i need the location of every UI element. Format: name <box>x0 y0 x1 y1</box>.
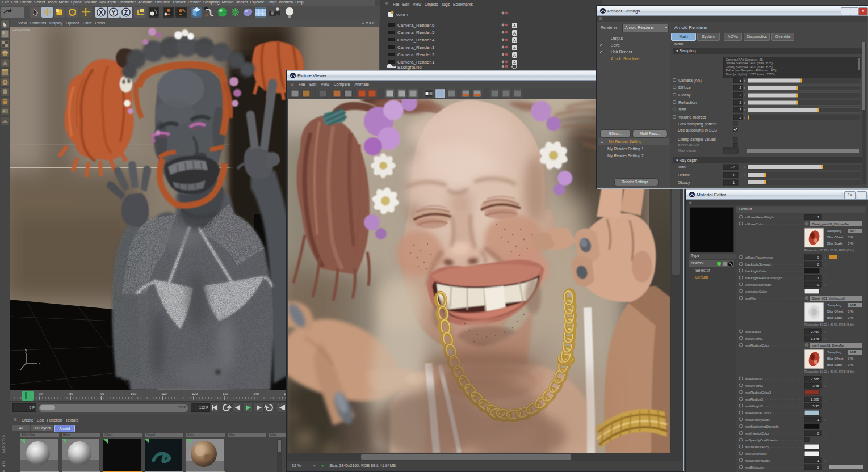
svg-text:0 %: 0 % <box>848 235 854 239</box>
svg-text:uterl_paint01_DeepTar: uterl_paint01_DeepTar <box>812 344 844 347</box>
svg-text:Affect AOVs: Affect AOVs <box>678 143 699 147</box>
svg-text:A: A <box>513 31 517 36</box>
svg-text:↕: ↕ <box>824 377 826 381</box>
svg-text:Blur Offset: Blur Offset <box>827 310 844 313</box>
svg-text:↕: ↕ <box>744 86 745 90</box>
svg-text:↕: ↕ <box>824 263 826 266</box>
svg-text:sssRadius3: sssRadius3 <box>745 398 764 401</box>
svg-text:Camera_Render.4: Camera_Render.4 <box>397 37 435 43</box>
svg-text:2.469: 2.469 <box>811 330 820 334</box>
svg-text:Blur Offset: Blur Offset <box>827 357 844 360</box>
svg-text:↕: ↕ <box>824 283 826 286</box>
svg-text:↕: ↕ <box>824 398 826 401</box>
svg-text:Lock sampling pattern: Lock sampling pattern <box>678 122 717 127</box>
svg-text:80: 80 <box>69 392 73 395</box>
svg-text:0 %: 0 % <box>848 242 854 245</box>
svg-text:↕: ↕ <box>824 276 826 280</box>
svg-text:↕: ↕ <box>824 216 826 219</box>
svg-text:Total: Total <box>678 165 686 169</box>
svg-text:↕: ↕ <box>744 108 745 112</box>
svg-text:ssSpecifyCoefficients: ssSpecifyCoefficients <box>745 439 778 442</box>
svg-text:Glossy: Glossy <box>678 93 691 98</box>
svg-text:sssDensityScale: sssDensityScale <box>745 459 771 462</box>
svg-text:Camera (AA): Camera (AA) <box>678 78 702 83</box>
svg-text:↕: ↕ <box>824 337 826 340</box>
svg-text:Camera_Render.6: Camera_Render.6 <box>397 23 435 28</box>
svg-text:Diffuse: Diffuse <box>678 86 691 90</box>
svg-text:MIP: MIP <box>850 229 856 233</box>
svg-text:SSS: SSS <box>678 108 686 112</box>
svg-text:A: A <box>513 38 517 43</box>
svg-text:0 %: 0 % <box>848 316 854 319</box>
svg-text:Blur Scale: Blur Scale <box>827 363 843 366</box>
svg-text:Max value: Max value <box>678 149 696 153</box>
svg-text:2: 2 <box>739 93 741 97</box>
svg-text:2: 2 <box>739 115 741 119</box>
svg-text:sssScatteringStrength: sssScatteringStrength <box>745 425 779 428</box>
svg-text:↕: ↕ <box>744 79 745 82</box>
svg-text:Background: Background <box>397 65 422 70</box>
svg-text:90: 90 <box>100 392 104 395</box>
svg-text:5.35: 5.35 <box>812 404 819 408</box>
svg-text:70: 70 <box>39 392 43 395</box>
svg-text:sssWeight3: sssWeight3 <box>745 404 764 408</box>
svg-text:2: 2 <box>739 100 741 104</box>
svg-text:Camera_Render.5: Camera_Render.5 <box>397 30 435 35</box>
svg-text:Camera_Render.2: Camera_Render.2 <box>397 52 435 57</box>
svg-text:sssAbsorption: sssAbsorption <box>745 452 767 456</box>
svg-text:sssExtinction: sssExtinction <box>745 466 765 469</box>
svg-text:backlightColor: backlightColor <box>745 269 767 273</box>
svg-text:↕: ↕ <box>744 174 745 177</box>
svg-text:Volume Indirect: Volume Indirect <box>678 115 706 119</box>
svg-text:backlightRadiusStrength: backlightRadiusStrength <box>745 276 782 280</box>
svg-text:X: X <box>99 9 103 16</box>
svg-text:Resolution 8192 x 8192, RGB (8: Resolution 8192 x 8192, RGB (8 bit) <box>804 323 855 326</box>
svg-text:0 %: 0 % <box>848 363 854 366</box>
svg-text:↕: ↕ <box>824 432 826 435</box>
svg-text:Basel_001_thin\aycd.tif: Basel_001_thin\aycd.tif <box>812 297 845 300</box>
svg-text:Sampling: Sampling <box>827 351 841 354</box>
svg-text:diffuseMeanWeight: diffuseMeanWeight <box>745 216 774 219</box>
svg-text:sssWeight2: sssWeight2 <box>745 384 764 387</box>
svg-text:↕: ↕ <box>824 256 826 259</box>
svg-text:Wall.1: Wall.1 <box>396 12 409 18</box>
svg-text:↕: ↕ <box>744 94 745 97</box>
svg-text:sssDensityScale: sssDensityScale <box>745 418 771 422</box>
svg-text:↕: ↕ <box>824 404 826 408</box>
svg-text:Glossy: Glossy <box>678 180 690 185</box>
svg-text:2.888: 2.888 <box>811 398 820 401</box>
svg-text:Basel_paint01_Diffuse-Tar: Basel_paint01_Diffuse-Tar <box>812 222 849 226</box>
svg-text:sssRadius2: sssRadius2 <box>745 377 764 381</box>
svg-text:x: x <box>39 361 41 365</box>
svg-text:↕: ↕ <box>744 101 745 104</box>
svg-text:sssRadius: sssRadius <box>745 330 761 334</box>
svg-text:Blur Offset: Blur Offset <box>827 235 844 239</box>
svg-text:Y: Y <box>111 9 115 16</box>
svg-text:sssMix: sssMix <box>745 297 756 300</box>
svg-text:2: 2 <box>739 86 741 90</box>
svg-text:130: 130 <box>223 392 229 395</box>
svg-text:MIP: MIP <box>850 304 856 307</box>
svg-text:3.45: 3.45 <box>812 384 819 387</box>
svg-text:↕: ↕ <box>824 459 826 462</box>
svg-text:ssTranslucency: ssTranslucency <box>745 445 769 449</box>
svg-text:3: 3 <box>739 108 741 112</box>
svg-text:y: y <box>25 348 27 353</box>
svg-text:backlightStrength: backlightStrength <box>745 263 771 266</box>
svg-text:sssWeight1: sssWeight1 <box>745 337 764 340</box>
svg-text:Z: Z <box>124 9 128 16</box>
svg-text:sssRadiusColor: sssRadiusColor <box>745 344 769 347</box>
svg-text:diffuseRoughness: diffuseRoughness <box>745 256 773 259</box>
svg-text:Refraction: Refraction <box>678 100 697 104</box>
svg-text:sssRadiusColor3: sssRadiusColor3 <box>745 411 771 415</box>
svg-text:Sampling: Sampling <box>827 304 841 307</box>
svg-text:Sampling: Sampling <box>827 229 841 233</box>
svg-text:Camera_Render.1: Camera_Render.1 <box>397 60 435 65</box>
svg-text:100: 100 <box>131 392 137 395</box>
svg-text:↕: ↕ <box>824 330 826 334</box>
svg-text:A: A <box>513 53 517 58</box>
svg-text:Use autobump in SSS: Use autobump in SSS <box>678 128 717 133</box>
svg-text:Resolution 8192 x 8192, RGB (8: Resolution 8192 x 8192, RGB (8 bit) <box>804 248 855 252</box>
svg-text:3: 3 <box>739 78 741 82</box>
svg-text:↕: ↕ <box>824 466 826 469</box>
